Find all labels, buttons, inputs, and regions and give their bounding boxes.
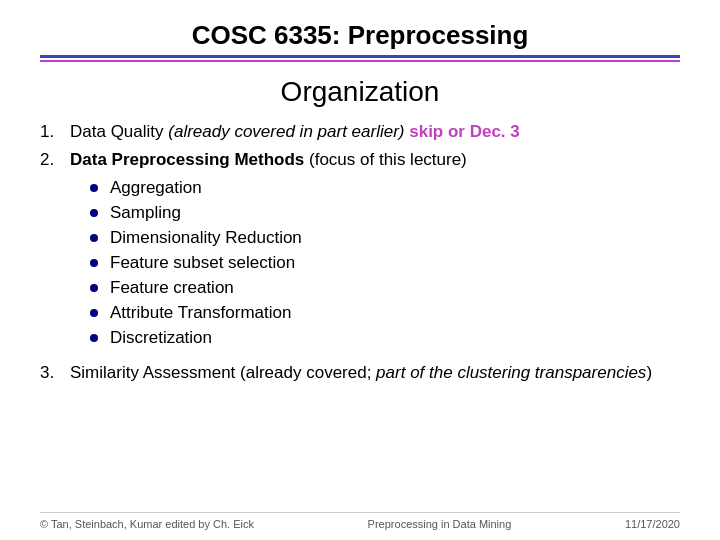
item2-bold: Data Preprocessing Methods [70, 150, 304, 169]
footer-right: 11/17/2020 [625, 518, 680, 530]
bullet-label: Sampling [110, 203, 181, 223]
item3-text: Similarity Assessment (already covered; … [70, 363, 652, 383]
footer: © Tan, Steinbach, Kumar edited by Ch. Ei… [40, 512, 680, 530]
list-item-1: 1. Data Quality (already covered in part… [40, 122, 680, 142]
bullet-label: Feature subset selection [110, 253, 295, 273]
item2-number: 2. [40, 150, 70, 170]
bullet-item-aggregation: Aggregation [90, 178, 680, 198]
bullet-dot [90, 234, 98, 242]
bullet-dot [90, 184, 98, 192]
item1-text: Data Quality (already covered in part ea… [70, 122, 520, 142]
bullet-label: Aggregation [110, 178, 202, 198]
list-item-3: 3. Similarity Assessment (already covere… [40, 363, 680, 383]
slide: COSC 6335: Preprocessing Organization 1.… [0, 0, 720, 540]
bullet-label: Dimensionality Reduction [110, 228, 302, 248]
item3-number: 3. [40, 363, 70, 383]
item1-colored: skip or Dec. 3 [409, 122, 520, 141]
bullet-dot [90, 334, 98, 342]
bullet-item-discretization: Discretization [90, 328, 680, 348]
footer-center: Preprocessing in Data Mining [368, 518, 512, 530]
divider-bottom [40, 60, 680, 62]
bullet-dot [90, 284, 98, 292]
bullet-item-dimensionality: Dimensionality Reduction [90, 228, 680, 248]
bullet-label: Discretization [110, 328, 212, 348]
section-title: Organization [40, 76, 680, 108]
item1-italic: (already covered in part earlier) [168, 122, 409, 141]
bullet-label: Attribute Transformation [110, 303, 291, 323]
content-area: 1. Data Quality (already covered in part… [40, 122, 680, 512]
bullet-dot [90, 309, 98, 317]
bullet-item-feature-subset: Feature subset selection [90, 253, 680, 273]
bullet-dot [90, 259, 98, 267]
bullet-label: Feature creation [110, 278, 234, 298]
item3-italic: part of the clustering transparencies [376, 363, 646, 382]
bullet-dot [90, 209, 98, 217]
bullet-item-sampling: Sampling [90, 203, 680, 223]
slide-title: COSC 6335: Preprocessing [40, 20, 680, 51]
item1-number: 1. [40, 122, 70, 142]
bullet-item-feature-creation: Feature creation [90, 278, 680, 298]
list-item-2: 2. Data Preprocessing Methods (focus of … [40, 150, 680, 170]
bullet-list: Aggregation Sampling Dimensionality Redu… [90, 178, 680, 353]
divider-top [40, 55, 680, 58]
item2-text: Data Preprocessing Methods (focus of thi… [70, 150, 467, 170]
footer-left: © Tan, Steinbach, Kumar edited by Ch. Ei… [40, 518, 254, 530]
bullet-item-attribute-transform: Attribute Transformation [90, 303, 680, 323]
